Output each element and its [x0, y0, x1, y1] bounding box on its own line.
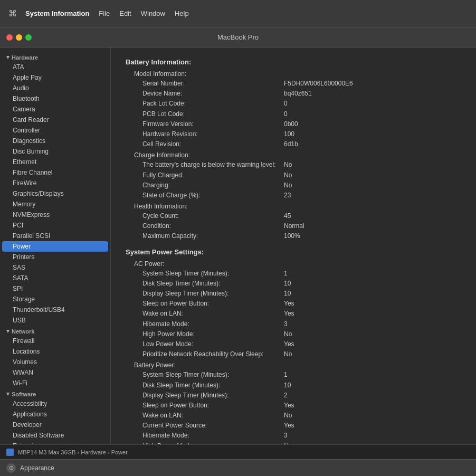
value-packlot: 0 [284, 99, 288, 109]
label-bat-hibernate: Hibernate Mode: [126, 431, 284, 441]
sidebar-item-firewall[interactable]: Firewall [0, 336, 110, 346]
sidebar-item-spi[interactable]: SPI [0, 283, 110, 294]
health-info-block: Health Information: Cycle Count: 45 Cond… [126, 203, 461, 242]
sidebar-item-diagnostics[interactable]: Diagnostics [0, 136, 110, 146]
menu-file[interactable]: File [99, 9, 110, 17]
window-title: MacBook Pro [217, 33, 259, 41]
sidebar-item-accessibility[interactable]: Accessibility [0, 398, 110, 409]
value-maxcapacity: 100% [284, 231, 300, 241]
main-window: MacBook Pro ▾ Hardware ATA Apple Pay Aud… [0, 27, 476, 476]
appearance-label[interactable]: Appearance [20, 464, 54, 472]
label-ac-displaysleep: Display Sleep Timer (Minutes): [126, 289, 284, 299]
info-row-hwrev: Hardware Revision: 100 [126, 129, 461, 139]
zoom-button[interactable] [25, 34, 32, 41]
value-cellrev: 6d1b [284, 139, 298, 149]
menu-help[interactable]: Help [175, 9, 189, 17]
sidebar: ▾ Hardware ATA Apple Pay Audio Bluetooth… [0, 47, 111, 444]
breadcrumb-icon [6, 449, 14, 456]
sidebar-item-wwan[interactable]: WWAN [0, 367, 110, 378]
sidebar-item-controller[interactable]: Controller [0, 125, 110, 136]
appearance-icon: ⊙ [6, 463, 16, 473]
sidebar-item-nvmexpress[interactable]: NVMExpress [0, 210, 110, 220]
info-row-ac-highpower: High Power Mode: No [126, 329, 461, 339]
sidebar-group-software: ▾ Software [0, 388, 110, 398]
health-info-label: Health Information: [126, 203, 461, 210]
menu-bar: ⌘ System Information File Edit Window He… [0, 0, 476, 27]
sidebar-item-ethernet[interactable]: Ethernet [0, 157, 110, 167]
charge-info-label: Charge Information: [126, 151, 461, 159]
value-ac-prioritize: No [284, 349, 292, 359]
sidebar-item-graphicsdisplays[interactable]: Graphics/Displays [0, 188, 110, 199]
label-firmware: Firmware Version: [126, 119, 284, 129]
hardware-arrow: ▾ [6, 54, 9, 61]
value-ac-displaysleep: 10 [284, 289, 291, 299]
sidebar-item-firewire[interactable]: FireWire [0, 178, 110, 188]
sidebar-item-fibrechannel[interactable]: Fibre Channel [0, 167, 110, 178]
sidebar-item-disabledsoftware[interactable]: Disabled Software [0, 430, 110, 441]
close-button[interactable] [6, 34, 13, 41]
info-row-bat-wakeonlan: Wake on LAN: No [126, 411, 461, 421]
menu-window[interactable]: Window [141, 9, 165, 17]
sidebar-item-volumes[interactable]: Volumes [0, 357, 110, 367]
label-ac-lowpower: Low Power Mode: [126, 339, 284, 349]
info-row-belowwarning: The battery's charge is below the warnin… [126, 160, 461, 170]
value-pcblot: 0 [284, 109, 288, 119]
hardware-label: Hardware [12, 54, 38, 61]
sidebar-item-bluetooth[interactable]: Bluetooth [0, 93, 110, 104]
value-belowwarning: No [284, 160, 292, 170]
info-row-ac-sleepbutton: Sleep on Power Button: Yes [126, 299, 461, 309]
value-ac-wakeonlan: Yes [284, 309, 294, 319]
sidebar-item-locations[interactable]: Locations [0, 346, 110, 357]
info-row-stateofcharge: State of Charge (%): 23 [126, 191, 461, 201]
sidebar-item-memory[interactable]: Memory [0, 199, 110, 210]
sidebar-item-printers[interactable]: Printers [0, 252, 110, 262]
bottom-bar: ⊙ Appearance [0, 459, 476, 476]
sidebar-item-power[interactable]: Power [2, 241, 108, 252]
sidebar-item-pci[interactable]: PCI [0, 220, 110, 231]
sidebar-item-applications[interactable]: Applications [0, 409, 110, 420]
sidebar-item-applepay[interactable]: Apple Pay [0, 72, 110, 83]
ac-power-label: AC Power: [126, 260, 461, 268]
content-pane: Battery Information: Model Information: … [111, 47, 476, 444]
minimize-button[interactable] [16, 34, 22, 41]
gear-icon: ⊙ [9, 464, 14, 471]
value-fullycharged: No [284, 170, 292, 180]
battery-info-title: Battery Information: [126, 58, 461, 66]
charge-info-block: Charge Information: The battery's charge… [126, 151, 461, 201]
sidebar-item-audio[interactable]: Audio [0, 83, 110, 93]
sidebar-item-extensions[interactable]: Extensions [0, 441, 110, 444]
label-hwrev: Hardware Revision: [126, 129, 284, 139]
sidebar-item-sas[interactable]: SAS [0, 262, 110, 273]
label-maxcapacity: Maximum Capacity: [126, 231, 284, 241]
sidebar-item-developer[interactable]: Developer [0, 420, 110, 430]
sidebar-item-sata[interactable]: SATA [0, 273, 110, 283]
menu-app-name[interactable]: System Information [25, 9, 89, 17]
label-bat-sleepbutton: Sleep on Power Button: [126, 401, 284, 411]
sidebar-item-usb[interactable]: USB [0, 315, 110, 326]
info-row-pcblot: PCB Lot Code: 0 [126, 109, 461, 119]
sidebar-item-discburning[interactable]: Disc Burning [0, 146, 110, 157]
traffic-lights [6, 34, 32, 41]
label-ac-hibernate: Hibernate Mode: [126, 319, 284, 329]
info-row-cellrev: Cell Revision: 6d1b [126, 139, 461, 149]
sidebar-item-parallelscsi[interactable]: Parallel SCSI [0, 231, 110, 241]
sidebar-item-wifi[interactable]: Wi-Fi [0, 378, 110, 388]
label-bat-wakeonlan: Wake on LAN: [126, 411, 284, 421]
info-row-ac-prioritize: Prioritize Network Reachability Over Sle… [126, 349, 461, 359]
breadcrumb-bar: MBP14 M3 Max 36GB › Hardware › Power [0, 444, 476, 459]
sidebar-item-cardreader[interactable]: Card Reader [0, 115, 110, 125]
sidebar-item-ata[interactable]: ATA [0, 62, 110, 72]
menu-edit[interactable]: Edit [119, 9, 131, 17]
sidebar-item-thunderbolt[interactable]: Thunderbolt/USB4 [0, 304, 110, 315]
sidebar-item-storage[interactable]: Storage [0, 294, 110, 304]
sidebar-item-camera[interactable]: Camera [0, 104, 110, 115]
info-row-ac-wakeonlan: Wake on LAN: Yes [126, 309, 461, 319]
system-power-title: System Power Settings: [126, 248, 461, 256]
info-row-bat-currentsource: Current Power Source: Yes [126, 421, 461, 431]
label-ac-wakeonlan: Wake on LAN: [126, 309, 284, 319]
label-ac-disksleep: Disk Sleep Timer (Minutes): [126, 279, 284, 289]
value-stateofcharge: 23 [284, 191, 291, 201]
value-ac-lowpower: Yes [284, 339, 294, 349]
info-row-ac-lowpower: Low Power Mode: Yes [126, 339, 461, 349]
apple-logo: ⌘ [8, 8, 17, 18]
